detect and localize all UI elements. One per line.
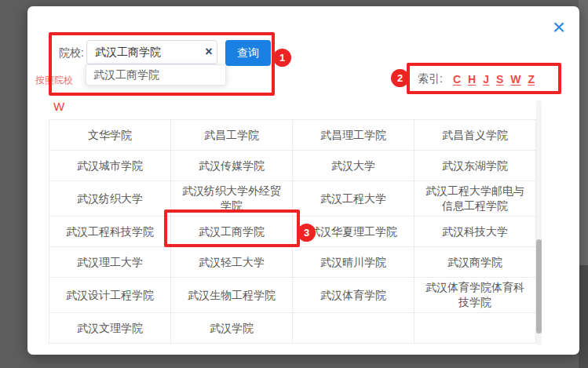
table-row: 武汉设计工程学院武汉生物工程学院武汉体育学院武汉体育学院体育科技学院: [49, 278, 536, 313]
university-cell[interactable]: 武汉工程科技学院: [49, 217, 171, 247]
university-cell[interactable]: 武汉城市学院: [49, 151, 171, 181]
index-letter-s[interactable]: S: [496, 73, 503, 86]
university-cell[interactable]: 武汉大学: [293, 151, 415, 181]
annotation-badge-3: 3: [298, 224, 316, 242]
backdrop-page-behind: [579, 0, 588, 368]
section-letter-heading: W: [53, 100, 64, 113]
university-cell[interactable]: 武汉体育学院: [293, 278, 415, 313]
university-cell[interactable]: 武汉学院: [171, 313, 293, 344]
index-letter-c[interactable]: C: [453, 73, 461, 86]
table-row: 武汉理工大学武汉轻工大学武汉晴川学院武汉商学院: [49, 247, 536, 278]
index-letter-w[interactable]: W: [510, 73, 520, 86]
college-select-modal: × 院校: × 查询 按照院校 武汉工商学院 索引: C H J S W Z W…: [27, 6, 579, 355]
university-cell[interactable]: 武汉晴川学院: [293, 247, 415, 278]
scrollbar-thumb[interactable]: [536, 239, 542, 333]
university-cell[interactable]: 武汉商学院: [415, 247, 536, 278]
empty-cell: [293, 313, 415, 344]
index-letter-h[interactable]: H: [468, 73, 476, 86]
index-label: 索引:: [418, 72, 443, 86]
university-cell[interactable]: 武昌理工学院: [293, 120, 415, 151]
college-search-input[interactable]: [86, 40, 217, 64]
university-cell[interactable]: 武汉设计工程学院: [49, 278, 171, 313]
table-row: 武汉文理学院武汉学院: [49, 313, 536, 344]
university-cell[interactable]: 武汉文理学院: [49, 313, 171, 344]
university-cell[interactable]: 武汉传媒学院: [171, 151, 293, 181]
university-cell[interactable]: 武汉理工大学: [49, 247, 171, 278]
college-field-label: 院校:: [59, 46, 84, 60]
university-cell[interactable]: 武汉工程大学邮电与信息工程学院: [415, 181, 536, 217]
university-cell[interactable]: 武汉轻工大学: [171, 247, 293, 278]
table-row: 文华学院武昌工学院武昌理工学院武昌首义学院: [49, 120, 536, 151]
university-cell[interactable]: 武汉东湖学院: [415, 151, 536, 181]
university-cell[interactable]: 武汉生物工程学院: [171, 278, 293, 313]
university-cell[interactable]: 文华学院: [49, 120, 171, 151]
table-row: 武汉工程科技学院武汉工商学院武汉华夏理工学院武汉科技大学: [49, 217, 536, 247]
autocomplete-suggestion[interactable]: 武汉工商学院: [86, 65, 225, 85]
empty-cell: [415, 313, 536, 344]
university-cell[interactable]: 武汉体育学院体育科技学院: [415, 278, 536, 313]
table-row: 武汉纺织大学武汉纺织大学外经贸学院武汉工程大学武汉工程大学邮电与信息工程学院: [49, 181, 536, 217]
annotation-badge-1: 1: [273, 49, 291, 67]
university-table: 文华学院武昌工学院武昌理工学院武昌首义学院武汉城市学院武汉传媒学院武汉大学武汉东…: [49, 119, 536, 344]
university-cell[interactable]: 武昌工学院: [171, 120, 293, 151]
close-icon[interactable]: ×: [553, 17, 565, 38]
index-bar: 索引: C H J S W Z: [418, 72, 535, 86]
university-cell[interactable]: 武汉工商学院: [171, 217, 293, 247]
university-cell[interactable]: 武汉工程大学: [293, 181, 415, 217]
search-hint-text: 按照院校: [35, 74, 73, 87]
table-row: 武汉城市学院武汉传媒学院武汉大学武汉东湖学院: [49, 151, 536, 181]
index-letter-list: C H J S W Z: [453, 73, 535, 86]
university-cell[interactable]: 武汉纺织大学: [49, 181, 171, 217]
scrollbar-track[interactable]: [536, 100, 542, 345]
clear-input-icon[interactable]: ×: [202, 45, 216, 59]
annotation-badge-2: 2: [391, 69, 409, 87]
university-cell[interactable]: 武汉纺织大学外经贸学院: [171, 181, 293, 217]
index-letter-j[interactable]: J: [483, 73, 489, 86]
index-letter-z[interactable]: Z: [528, 73, 535, 86]
autocomplete-dropdown: 武汉工商学院: [86, 64, 226, 86]
university-cell[interactable]: 武昌首义学院: [415, 120, 536, 151]
university-cell[interactable]: 武汉科技大学: [415, 217, 536, 247]
query-button[interactable]: 查询: [225, 40, 271, 66]
